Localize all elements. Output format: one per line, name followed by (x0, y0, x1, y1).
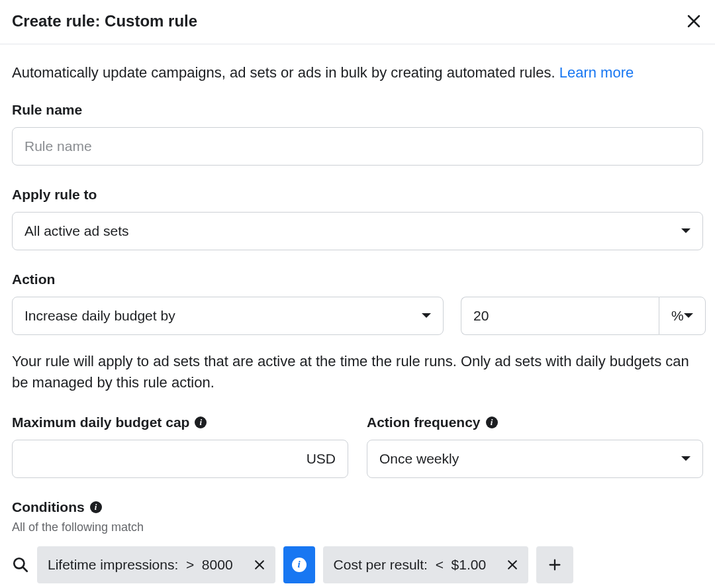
budget-cap-label-text: Maximum daily budget cap (12, 415, 189, 430)
rule-name-input[interactable] (12, 127, 703, 166)
budget-cap-input[interactable] (24, 451, 301, 467)
plus-icon (548, 558, 562, 572)
action-block: Action Increase daily budget by % Your r… (12, 271, 703, 393)
frequency-value: Once weekly (379, 451, 459, 467)
rule-name-label: Rule name (12, 102, 703, 118)
two-column-row: Maximum daily budget cap i USD Action fr… (12, 415, 703, 478)
intro-description: Automatically update campaigns, ad sets … (12, 64, 559, 81)
apply-to-select[interactable]: All active ad sets (12, 212, 703, 250)
condition-chip[interactable]: Cost per result: < $1.00 (323, 546, 529, 583)
budget-cap-wrap: USD (12, 440, 348, 478)
conditions-block: Conditions i All of the following match … (12, 499, 703, 583)
action-label: Action (12, 271, 703, 287)
frequency-label: Action frequency i (367, 415, 703, 430)
action-unit-value: % (671, 308, 684, 324)
budget-cap-label: Maximum daily budget cap i (12, 415, 348, 430)
rule-name-block: Rule name (12, 102, 703, 166)
action-unit-select[interactable]: % (659, 297, 706, 335)
frequency-select[interactable]: Once weekly (367, 440, 703, 478)
search-icon[interactable] (12, 556, 29, 573)
conditions-label: Conditions i (12, 499, 703, 515)
caret-down-icon (684, 313, 693, 318)
condition-text: Cost per result: < $1.00 (323, 557, 497, 573)
budget-cap-block: Maximum daily budget cap i USD (12, 415, 348, 478)
info-icon[interactable]: i (90, 501, 102, 513)
frequency-block: Action frequency i Once weekly (367, 415, 703, 478)
close-icon (253, 558, 266, 571)
modal-content: Automatically update campaigns, ad sets … (0, 44, 715, 588)
action-select-value: Increase daily budget by (24, 308, 175, 324)
apply-to-block: Apply rule to All active ad sets (12, 187, 703, 250)
conditions-row: Lifetime impressions: > 8000 i Cost per … (12, 546, 703, 583)
condition-text: Lifetime impressions: > 8000 (37, 557, 244, 573)
close-button[interactable] (685, 12, 703, 30)
currency-suffix: USD (307, 451, 336, 467)
info-icon: i (292, 558, 307, 572)
modal-header: Create rule: Custom rule (0, 0, 715, 44)
apply-to-label: Apply rule to (12, 187, 703, 203)
close-icon (506, 558, 519, 571)
remove-condition-button[interactable] (497, 546, 528, 583)
apply-to-value: All active ad sets (24, 223, 129, 239)
info-icon[interactable]: i (486, 416, 498, 428)
action-value-group: % (461, 297, 703, 335)
condition-info-button[interactable]: i (283, 546, 315, 583)
action-row: Increase daily budget by % (12, 297, 703, 335)
caret-down-icon (681, 456, 691, 461)
learn-more-link[interactable]: Learn more (559, 64, 634, 81)
action-select[interactable]: Increase daily budget by (12, 297, 444, 335)
caret-down-icon (681, 228, 691, 233)
action-value-input[interactable] (461, 297, 659, 335)
close-icon (686, 13, 702, 29)
remove-condition-button[interactable] (244, 546, 275, 583)
conditions-label-text: Conditions (12, 499, 85, 515)
action-description: Your rule will apply to ad sets that are… (12, 351, 703, 393)
modal-title: Create rule: Custom rule (12, 12, 197, 30)
intro-text: Automatically update campaigns, ad sets … (12, 63, 703, 83)
conditions-subtext: All of the following match (12, 520, 703, 534)
info-icon[interactable]: i (195, 416, 207, 428)
caret-down-icon (422, 313, 431, 318)
add-condition-button[interactable] (536, 546, 573, 583)
frequency-label-text: Action frequency (367, 415, 481, 430)
svg-line-3 (23, 567, 27, 571)
condition-chip[interactable]: Lifetime impressions: > 8000 (37, 546, 275, 583)
